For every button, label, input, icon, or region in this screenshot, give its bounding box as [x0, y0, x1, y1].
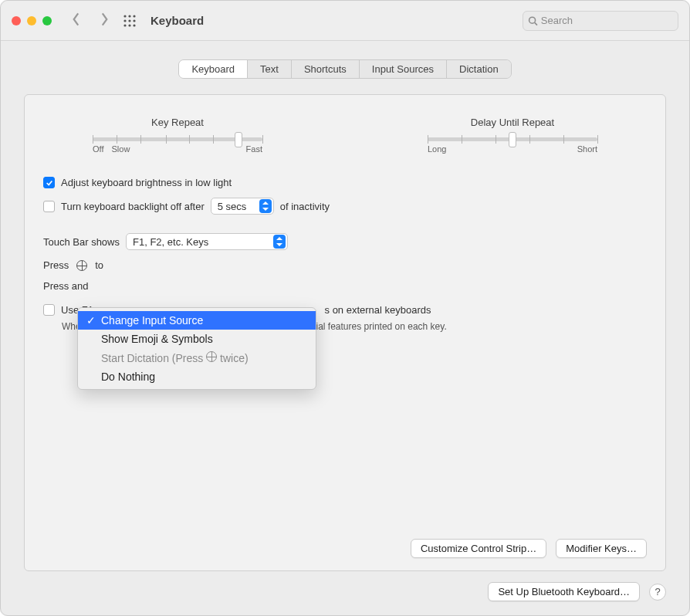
- menu-item-suffix: twice): [217, 352, 248, 364]
- modifier-keys-button[interactable]: Modifier Keys…: [556, 539, 647, 558]
- svg-point-7: [128, 24, 130, 26]
- backlight-off-prefix: Turn keyboard backlight off after: [61, 201, 205, 212]
- menu-do-nothing[interactable]: Do Nothing: [78, 367, 316, 386]
- svg-point-5: [133, 19, 135, 22]
- touch-bar-label: Touch Bar shows: [43, 236, 120, 248]
- menu-item-label: Change Input Source: [101, 314, 203, 327]
- nav-controls: [70, 11, 110, 30]
- key-repeat-slow-label: Slow: [111, 144, 130, 154]
- menu-item-label: Do Nothing: [101, 371, 155, 383]
- backlight-off-suffix: of inactivity: [280, 201, 330, 212]
- svg-point-0: [123, 15, 126, 17]
- adjust-brightness-label: Adjust keyboard brightness in low light: [61, 177, 232, 188]
- help-button[interactable]: ?: [649, 584, 666, 601]
- window-controls: [12, 16, 52, 25]
- svg-point-8: [133, 24, 135, 26]
- customize-control-strip-button[interactable]: Customize Control Strip…: [411, 539, 546, 558]
- backlight-off-checkbox[interactable]: [43, 201, 55, 212]
- delay-long-label: Long: [428, 144, 446, 154]
- key-repeat-slider-block: Key Repeat Off: [93, 117, 262, 154]
- menu-item-label: Show Emoji & Symbols: [101, 333, 213, 345]
- window-title: Keyboard: [151, 14, 204, 27]
- svg-point-3: [123, 19, 126, 22]
- press-globe-suffix: to: [95, 259, 103, 271]
- tab-dictation[interactable]: Dictation: [447, 60, 511, 78]
- delay-slider-block: Delay Until Repeat Long Short: [428, 117, 597, 154]
- key-repeat-slider[interactable]: [93, 137, 262, 141]
- adjust-brightness-checkbox[interactable]: [43, 177, 55, 188]
- key-repeat-fast-label: Fast: [246, 144, 262, 154]
- preferences-window: Keyboard Keyboard Text Shortcuts Input S…: [0, 0, 690, 616]
- show-all-icon[interactable]: [123, 14, 137, 28]
- menu-start-dictation: Start Dictation (Press twice): [78, 348, 316, 367]
- press-and-hold-label: Press and: [43, 280, 89, 292]
- bluetooth-keyboard-button[interactable]: Set Up Bluetooth Keyboard…: [488, 582, 640, 601]
- tab-keyboard[interactable]: Keyboard: [179, 60, 248, 78]
- delay-short-label: Short: [577, 144, 597, 154]
- globe-icon: [76, 260, 87, 271]
- search-field-wrap[interactable]: [523, 11, 678, 31]
- key-repeat-off-label: Off: [93, 144, 103, 154]
- delay-slider[interactable]: [428, 137, 597, 141]
- svg-point-1: [128, 15, 130, 17]
- touch-bar-popup[interactable]: F1, F2, etc. Keys: [126, 233, 288, 250]
- tab-shortcuts[interactable]: Shortcuts: [292, 60, 360, 78]
- minimize-button[interactable]: [27, 16, 36, 25]
- backlight-delay-value: 5 secs: [218, 201, 247, 212]
- titlebar: Keyboard: [1, 1, 689, 41]
- back-button[interactable]: [70, 11, 83, 30]
- menu-change-input-source[interactable]: ✓ Change Input Source: [78, 311, 316, 330]
- menu-show-emoji[interactable]: Show Emoji & Symbols: [78, 330, 316, 348]
- key-repeat-title: Key Repeat: [93, 117, 262, 128]
- search-icon: [528, 15, 538, 26]
- zoom-button[interactable]: [42, 16, 52, 25]
- svg-point-4: [128, 19, 130, 22]
- tab-input-sources[interactable]: Input Sources: [360, 60, 447, 78]
- close-button[interactable]: [12, 16, 21, 25]
- forward-button[interactable]: [98, 11, 110, 30]
- press-globe-menu[interactable]: ✓ Change Input Source Show Emoji & Symbo…: [77, 307, 316, 390]
- backlight-delay-popup[interactable]: 5 secs: [211, 198, 274, 215]
- globe-icon: [206, 351, 217, 362]
- keyboard-panel: Key Repeat Off: [24, 94, 666, 571]
- use-fn-checkbox[interactable]: [43, 304, 55, 316]
- search-input[interactable]: [541, 15, 673, 26]
- svg-point-2: [133, 15, 135, 17]
- menu-item-label: Start Dictation (Press: [101, 352, 206, 364]
- key-repeat-thumb[interactable]: [235, 132, 242, 147]
- svg-point-6: [123, 24, 126, 26]
- press-globe-prefix: Press: [43, 259, 69, 271]
- svg-point-9: [529, 17, 536, 23]
- use-fn-suffix: s on external keyboards: [325, 304, 431, 316]
- body: Keyboard Text Shortcuts Input Sources Di…: [1, 41, 689, 615]
- tab-text[interactable]: Text: [248, 60, 292, 78]
- delay-title: Delay Until Repeat: [428, 117, 597, 128]
- tab-bar: Keyboard Text Shortcuts Input Sources Di…: [24, 59, 666, 79]
- delay-thumb[interactable]: [509, 132, 516, 147]
- touch-bar-value: F1, F2, etc. Keys: [133, 236, 208, 248]
